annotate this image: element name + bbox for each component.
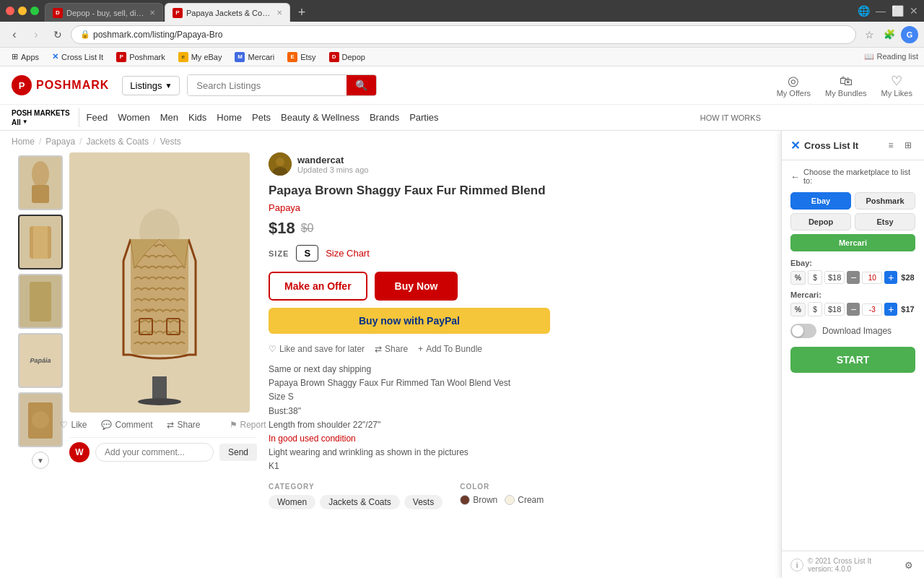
forward-btn[interactable]: ›	[27, 26, 45, 43]
reload-btn[interactable]: ↻	[49, 26, 66, 43]
crosslist-bm-label: Cross List It	[61, 53, 103, 61]
bookmark-poshmark[interactable]: P Poshmark	[110, 51, 171, 64]
cli-ebay-adj-input[interactable]	[862, 272, 882, 284]
search-input[interactable]	[188, 75, 346, 95]
cat-vests[interactable]: Vests	[404, 495, 443, 509]
cli-grid-view-btn[interactable]: ⊞	[901, 138, 915, 152]
cli-depop-btn[interactable]: Depop	[790, 213, 851, 230]
pm-nav-links: Feed Women Men Kids Home Pets Beauty & W…	[87, 112, 439, 123]
cli-ebay-dollar-btn[interactable]: $	[808, 270, 822, 285]
tab-poshmark-close[interactable]: ✕	[276, 9, 282, 17]
nav-parties[interactable]: Parties	[409, 112, 438, 123]
thumb-3[interactable]	[18, 274, 63, 329]
make-offer-btn[interactable]: Make an Offer	[269, 272, 367, 301]
seller-avatar[interactable]	[269, 152, 292, 176]
nav-feed[interactable]: Feed	[87, 112, 108, 123]
how-it-works[interactable]: HOW IT WORKS	[700, 113, 912, 122]
browser-close-icon[interactable]: ✕	[910, 5, 918, 17]
buy-now-btn[interactable]: Buy Now	[375, 272, 458, 301]
nav-home[interactable]: Home	[217, 112, 242, 123]
tab-add-btn[interactable]: +	[292, 3, 312, 22]
comment-input[interactable]	[95, 443, 214, 462]
reading-list-btn[interactable]: 📖 Reading list	[864, 52, 918, 61]
my-bundles-btn[interactable]: 🛍 My Bundles	[825, 74, 866, 98]
tab-depop[interactable]: D Depop - buy, sell, discover uniq... ✕	[45, 3, 163, 22]
nav-beauty[interactable]: Beauty & Wellness	[281, 112, 359, 123]
cli-mercari-pct-btn[interactable]: %	[790, 303, 806, 316]
thumb-2[interactable]	[18, 215, 63, 269]
maximize-btn[interactable]	[30, 7, 39, 15]
cat-jackets[interactable]: Jackets & Coats	[320, 495, 400, 509]
like-save-btn[interactable]: ♡ Like and save for later	[269, 344, 365, 354]
size-chart-link[interactable]: Size Chart	[326, 248, 370, 259]
original-price: $0	[301, 222, 314, 235]
cli-etsy-btn[interactable]: Etsy	[855, 213, 915, 230]
bookmark-depop[interactable]: D Depop	[323, 51, 371, 64]
browser-minimize-icon[interactable]: —	[876, 5, 886, 17]
nav-brands[interactable]: Brands	[370, 112, 399, 123]
back-btn[interactable]: ‹	[6, 26, 23, 43]
paypal-btn[interactable]: Buy now with PayPal	[269, 308, 550, 334]
cli-start-btn[interactable]: START	[790, 347, 915, 373]
share-action-btn[interactable]: ⇄ Share	[167, 420, 200, 430]
cli-toggle[interactable]	[790, 324, 816, 338]
tab-depop-close[interactable]: ✕	[149, 9, 155, 17]
thumb-1[interactable]	[18, 155, 63, 210]
brand-name[interactable]: Papaya	[269, 202, 757, 213]
comment-action-btn[interactable]: 💬 Comment	[101, 420, 152, 430]
nav-men[interactable]: Men	[160, 112, 178, 123]
cli-choose-section: ← Choose the marketplace to list to:	[790, 168, 915, 185]
cli-ebay-minus-btn[interactable]: −	[847, 271, 860, 284]
cream-label: Cream	[518, 495, 544, 505]
cat-women[interactable]: Women	[269, 495, 315, 509]
thumb-4[interactable]: Papáia	[18, 333, 63, 388]
extensions-icon[interactable]: 🧩	[881, 26, 898, 43]
like-btn[interactable]: ♡ Like	[60, 420, 87, 430]
search-submit-btn[interactable]: 🔍	[346, 75, 376, 95]
cli-ebay-btn[interactable]: Ebay	[790, 192, 851, 210]
breadcrumb-papaya[interactable]: Papaya	[45, 137, 75, 147]
posh-markets-btn[interactable]: POSH MARKETS All▼	[12, 108, 79, 127]
cli-info-btn[interactable]: i	[790, 558, 803, 571]
cli-mercari-adj-input[interactable]	[862, 303, 882, 316]
bookmark-mercari[interactable]: M Mercari	[229, 51, 280, 64]
cli-list-view-btn[interactable]: ≡	[884, 138, 898, 152]
close-btn[interactable]	[6, 7, 14, 15]
poshmark-logo[interactable]: P POSHMARK	[12, 75, 109, 95]
cli-mercari-plus-btn[interactable]: +	[884, 303, 897, 316]
cli-ebay-pct-btn[interactable]: %	[790, 271, 806, 285]
breadcrumb-home[interactable]: Home	[12, 137, 35, 147]
cli-poshmark-btn[interactable]: Poshmark	[855, 192, 915, 210]
my-offers-btn[interactable]: ◎ My Offers	[777, 73, 811, 98]
profile-icon[interactable]: G	[901, 26, 918, 43]
bookmark-apps[interactable]: ⊞ Apps	[6, 51, 45, 63]
address-bar[interactable]: 🔒 poshmark.com/listing/Papaya-Bro	[71, 25, 856, 44]
breadcrumb-jackets[interactable]: Jackets & Coats	[86, 137, 149, 147]
thumb-nav-down[interactable]: ▼	[32, 452, 49, 469]
cli-mercari-btn[interactable]: Mercari	[790, 234, 915, 251]
cli-header: ✕ Cross List It ≡ ⊞	[782, 131, 924, 160]
send-btn[interactable]: Send	[219, 444, 257, 461]
minimize-btn[interactable]	[18, 7, 27, 15]
add-to-bundle-btn[interactable]: + Add To Bundle	[418, 344, 482, 354]
my-likes-btn[interactable]: ♡ My Likes	[881, 73, 912, 98]
tab-poshmark[interactable]: P Papaya Jackets & Coats | Papay... ✕	[165, 3, 290, 22]
pm-listings-dropdown[interactable]: Listings ▼	[122, 76, 180, 95]
nav-kids[interactable]: Kids	[188, 112, 206, 123]
cli-mercari-minus-btn[interactable]: −	[847, 303, 860, 316]
product-description: Same or next day shipping Papaya Brown S…	[269, 363, 757, 474]
nav-women[interactable]: Women	[118, 112, 150, 123]
cli-gear-btn[interactable]: ⚙	[902, 558, 915, 571]
bookmark-star-icon[interactable]: ☆	[860, 26, 878, 43]
seller-name[interactable]: wandercat	[297, 155, 368, 165]
cli-ebay-plus-btn[interactable]: +	[884, 271, 897, 284]
bookmark-crosslist[interactable]: ✕ Cross List It	[46, 51, 109, 63]
share-listing-btn[interactable]: ⇄ Share	[375, 344, 408, 354]
thumb-5[interactable]	[18, 392, 63, 447]
browser-restore-icon[interactable]: ⬜	[892, 5, 904, 17]
bookmark-etsy[interactable]: E Etsy	[282, 51, 321, 64]
cli-ebay-price-row: % $ $18 − + $28	[790, 270, 915, 285]
nav-pets[interactable]: Pets	[252, 112, 271, 123]
bookmark-ebay[interactable]: e My eBay	[173, 51, 228, 64]
cli-mercari-dollar-btn[interactable]: $	[808, 302, 822, 316]
